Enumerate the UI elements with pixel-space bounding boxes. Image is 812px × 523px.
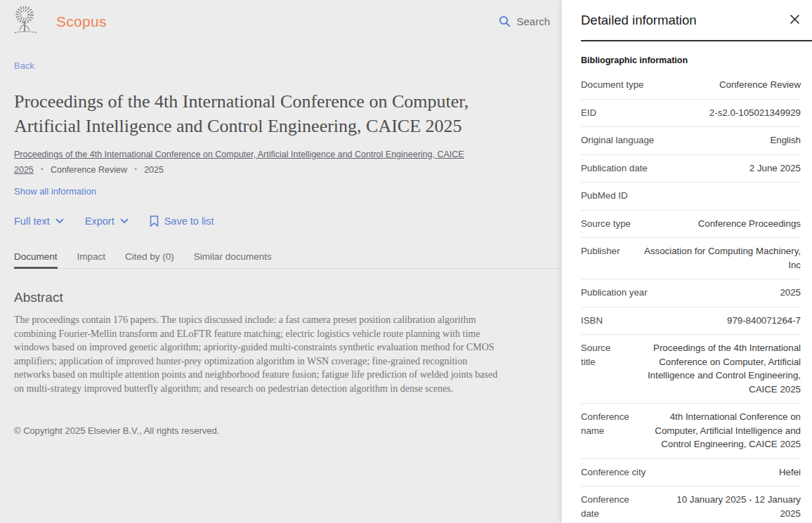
bib-row: Conference date10 January 2025 - 12 Janu… xyxy=(581,486,801,523)
back-link[interactable]: Back xyxy=(14,60,34,71)
save-to-list-label: Save to list xyxy=(164,216,214,227)
bibliographic-information-heading: Bibliographic information xyxy=(581,55,801,65)
bib-row: Conference name4th International Confere… xyxy=(581,404,801,459)
bib-row-value: Conference Review xyxy=(719,78,801,92)
publication-year-label: 2025 xyxy=(144,165,164,175)
meta-bullet: • xyxy=(135,166,137,173)
tab-similar-documents[interactable]: Similar documents xyxy=(194,251,272,268)
full-text-dropdown[interactable]: Full text xyxy=(14,216,64,227)
bib-row-label: Source title xyxy=(581,341,610,396)
bib-row: EID2-s2.0-105021349929 xyxy=(581,100,801,128)
bib-row: Original languageEnglish xyxy=(581,127,801,155)
bib-row-label: Conference city xyxy=(581,465,646,479)
bib-row-label: Source type xyxy=(581,217,631,231)
bib-row-label: ISBN xyxy=(581,314,603,328)
export-dropdown[interactable]: Export xyxy=(85,216,129,227)
bib-row-value: 2-s2.0-105021349929 xyxy=(709,106,801,120)
save-to-list-button[interactable]: Save to list xyxy=(150,216,214,227)
bib-row-label: Document type xyxy=(581,78,643,92)
bib-row-label: Conference name xyxy=(581,410,629,451)
bib-row-value: Conference Proceedings xyxy=(698,217,801,231)
action-bar: Full text Export Save to list xyxy=(14,216,562,227)
search-button[interactable]: Search xyxy=(499,15,550,27)
bib-row-value: 979-840071264-7 xyxy=(727,314,801,328)
chevron-down-icon xyxy=(120,218,129,224)
scopus-wordmark[interactable]: Scopus xyxy=(56,13,107,30)
tab-bar: DocumentImpactCited by (0)Similar docume… xyxy=(14,251,562,269)
search-icon xyxy=(499,15,511,27)
bib-row-value: Association for Computing Machinery, Inc xyxy=(632,244,801,272)
panel-divider xyxy=(581,40,812,41)
show-all-information-link[interactable]: Show all information xyxy=(14,186,96,197)
bib-row-label: Publication date xyxy=(581,161,648,176)
bib-row-value: 2 June 2025 xyxy=(749,161,801,176)
main-content: Scopus Search Back Proceedings of the 4t… xyxy=(0,0,562,523)
bib-row-value: Proceedings of the 4th International Con… xyxy=(623,341,801,396)
close-icon[interactable] xyxy=(789,13,801,26)
tab-impact[interactable]: Impact xyxy=(77,251,106,268)
abstract-heading: Abstract xyxy=(14,290,548,305)
bib-row-value: 10 January 2025 - 12 January 2025 xyxy=(660,493,801,520)
bib-row: Conference cityHefei xyxy=(581,459,801,487)
bib-row: Publication date2 June 2025 xyxy=(581,155,801,183)
bib-row: PublisherAssociation for Computing Machi… xyxy=(581,238,801,279)
bib-row-value: Hefei xyxy=(779,465,801,479)
bib-row-label: EID xyxy=(581,106,596,120)
bookmark-icon xyxy=(150,216,159,227)
full-text-label: Full text xyxy=(14,216,50,227)
bib-row-value: 4th International Conference on Computer… xyxy=(642,410,801,451)
bib-row: Document typeConference Review xyxy=(581,72,801,100)
source-meta-line: Proceedings of the 4th International Con… xyxy=(14,147,474,178)
bib-row-label: Original language xyxy=(581,133,654,147)
panel-header: Detailed information xyxy=(581,13,801,28)
bib-row-value: 2025 xyxy=(780,286,801,300)
abstract-text: The proceedings contain 176 papers. The … xyxy=(14,313,501,396)
top-header: Scopus Search xyxy=(0,0,562,37)
elsevier-tree-logo-icon xyxy=(10,6,42,37)
bib-rows: Document typeConference ReviewEID2-s2.0-… xyxy=(581,72,801,523)
bib-row-label: Publication year xyxy=(581,286,648,300)
export-label: Export xyxy=(85,216,114,227)
copyright-notice: © Copyright 2025 Elsevier B.V., All righ… xyxy=(14,425,548,436)
bib-row: Publication year2025 xyxy=(581,279,801,307)
document-type-label: Conference Review xyxy=(51,165,127,175)
bib-row-value: English xyxy=(770,133,801,147)
tab-document[interactable]: Document xyxy=(14,251,58,268)
panel-title: Detailed information xyxy=(581,13,697,28)
document-title: Proceedings of the 4th International Con… xyxy=(14,89,499,138)
tab-cited-by-0[interactable]: Cited by (0) xyxy=(125,251,174,268)
bib-row-label: Conference date xyxy=(581,493,647,520)
bib-row-label: Publisher xyxy=(581,244,620,272)
chevron-down-icon xyxy=(55,218,64,224)
search-label: Search xyxy=(516,15,550,27)
bib-row: Source titleProceedings of the 4th Inter… xyxy=(581,335,801,404)
bib-row-label: PubMed ID xyxy=(581,189,628,203)
meta-bullet: • xyxy=(41,166,43,173)
detailed-information-panel: Detailed information Bibliographic infor… xyxy=(562,0,812,523)
bib-row: Source typeConference Proceedings xyxy=(581,211,801,239)
bib-row: ISBN979-840071264-7 xyxy=(581,307,801,336)
bib-row: PubMed ID xyxy=(581,183,801,211)
